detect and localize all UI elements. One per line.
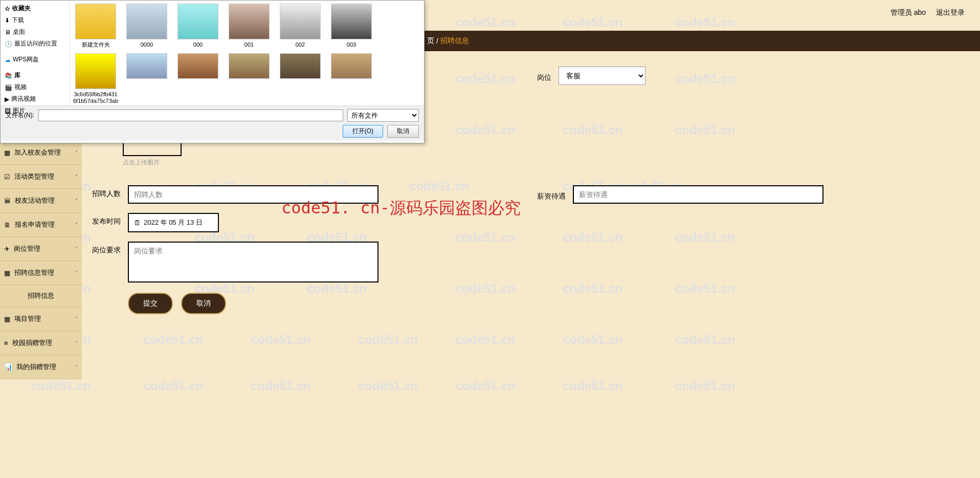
date-value: 2022 年 05 月 13 日 [144,218,203,227]
sidebar-item-label: 招聘信息管理 [14,268,54,277]
grid-icon: ▦ [4,269,10,277]
sidebar-item-activity-type[interactable]: ☑ 活动类型管理 ˅ [0,165,82,189]
upload-hint: 点击上传图片 [123,158,970,167]
download-icon: ⬇ [5,17,10,24]
chevron-down-icon: ˅ [75,316,78,322]
cancel-button[interactable]: 取消 [181,293,226,314]
recruit-count-label: 招聘人数 [92,185,121,199]
fd-thumb-row2-3[interactable] [226,53,272,105]
watermark: code51.cn [563,15,622,30]
fd-tencent-video[interactable]: ▶腾讯视频 [3,93,67,105]
fd-cancel-button[interactable]: 取消 [387,125,419,138]
sidebar-item-label: 校园捐赠管理 [12,338,52,347]
fd-thumb-000[interactable]: 000 [175,4,221,48]
sidebar-item-my-donation[interactable]: 📊 我的捐赠管理 ˅ [0,355,82,379]
fd-open-button[interactable]: 打开(O) [343,125,383,138]
watermark: code51.cn [31,379,91,393]
grid-icon: ▦ [4,149,10,157]
sidebar-item-label: 岗位管理 [14,244,40,253]
chevron-down-icon: ˅ [75,270,78,276]
grid-icon: ▦ [4,315,10,323]
fd-thumb-folder[interactable]: 新建文件夹 [73,4,119,48]
cloud-icon: ☁ [5,56,11,63]
fd-filter-select[interactable]: 所有文件 [347,109,419,122]
watermark: code51.cn [455,15,515,30]
watermark: code51.cn [675,379,735,393]
watermark: code51.cn [563,333,622,347]
video-icon: 🎬 [5,84,12,91]
fd-thumb-001[interactable]: 001 [226,4,272,48]
submit-button[interactable]: 提交 [128,293,173,314]
chevron-down-icon: ˅ [75,364,78,370]
sidebar-item-campus-donation[interactable]: ≡ 校园捐赠管理 ˅ [0,331,82,355]
doc-icon: 🗎 [4,221,11,229]
fd-downloads[interactable]: ⬇下载 [3,14,67,26]
chevron-down-icon: ˅ [75,198,78,204]
fd-thumb-hash[interactable]: 3c6d55fbb2fb4316f1b57da75c73ab240bf7d3a0 [73,53,119,105]
sidebar-item-label: 校友活动管理 [15,196,55,205]
salary-input[interactable] [573,185,823,204]
watermark: code51.cn [455,333,515,347]
admin-label: 管理员 abo [890,8,926,17]
sidebar-item-project[interactable]: ▦ 项目管理 ˅ [0,307,82,331]
chevron-down-icon: ˅ [75,246,78,252]
fd-thumb-002[interactable]: 002 [277,4,323,48]
sidebar-item-signup-apply[interactable]: 🗎 报名申请管理 ˅ [0,213,82,237]
sidebar-item-recruit-info[interactable]: ▦ 招聘信息管理 ˅ [0,261,82,285]
fd-favorites[interactable]: ☆收藏夹 [3,3,67,14]
watermark: code51.cn [251,333,310,347]
breadcrumb-current: 招聘信息 [440,36,469,46]
watermark: code51.cn [563,379,622,393]
logout-link[interactable]: 退出登录 [936,8,965,17]
file-dialog-content: 新建文件夹 0000 000 001 002 003 3c6d55fbb2fb4… [70,1,424,105]
file-dialog: ☆收藏夹 ⬇下载 🖥桌面 🕓最近访问的位置 ☁WPS网盘 📚库 🎬视频 ▶腾讯视… [0,0,425,143]
requirements-label: 岗位要求 [92,242,121,255]
watermark: code51.cn [358,333,418,347]
sidebar-item-join-alumni[interactable]: ▦ 加入校友会管理 ˅ [0,141,82,165]
watermark: code51.cn [455,379,515,393]
fd-thumb-row2-2[interactable] [175,53,221,105]
calendar-icon: 🗓 [134,219,141,227]
watermark: code51.cn [143,379,203,393]
fd-thumb-row2-1[interactable] [124,53,170,105]
requirements-textarea[interactable] [128,242,378,283]
position-select[interactable]: 客服 [559,67,645,85]
fd-wps[interactable]: ☁WPS网盘 [3,54,67,66]
star-icon: ☆ [5,5,10,12]
video-icon: ▶ [5,96,9,103]
publish-time-input[interactable]: 🗓 2022 年 05 月 13 日 [128,213,219,232]
building-icon: 🏛 [4,197,11,205]
file-dialog-sidebar: ☆收藏夹 ⬇下载 🖥桌面 🕓最近访问的位置 ☁WPS网盘 📚库 🎬视频 ▶腾讯视… [1,1,70,105]
fd-thumb-0000[interactable]: 0000 [124,4,170,48]
watermark: code51.cn [358,379,418,393]
chevron-down-icon: ˅ [75,174,78,180]
sidebar-item-alumni-activity[interactable]: 🏛 校友活动管理 ˅ [0,189,82,213]
fd-filename-input[interactable] [38,110,343,121]
sidebar-item-label: 项目管理 [14,314,41,323]
publish-time-label: 发布时间 [92,213,121,226]
fd-desktop[interactable]: 🖥桌面 [3,26,67,38]
fd-library[interactable]: 📚库 [3,70,67,81]
recent-icon: 🕓 [5,40,12,48]
breadcrumb-home[interactable]: 页 [427,36,434,46]
fd-recent[interactable]: 🕓最近访问的位置 [3,38,67,50]
fd-thumb-row2-5[interactable] [328,53,374,105]
fd-filename-label: 文件名(N): [6,111,34,120]
fd-thumb-row2-4[interactable] [277,53,323,105]
chevron-down-icon: ˅ [75,222,78,228]
sidebar-item-label: 报名申请管理 [15,220,55,229]
sidebar: ▦ 加入校友会管理 ˅ ☑ 活动类型管理 ˅ 🏛 校友活动管理 ˅ 🗎 报名申请… [0,141,82,379]
chevron-down-icon: ˅ [75,340,78,346]
watermark: code51.cn [675,333,735,347]
check-icon: ☑ [4,173,10,181]
position-label: 岗位 [537,69,551,82]
sidebar-subitem-recruit-info[interactable]: 招聘信息 [0,285,82,307]
fd-video[interactable]: 🎬视频 [3,81,67,93]
recruit-count-input[interactable] [128,185,378,204]
sidebar-item-position[interactable]: ✈ 岗位管理 ˅ [0,237,82,261]
fd-thumb-003[interactable]: 003 [328,4,374,48]
sidebar-item-label: 我的捐赠管理 [16,362,56,372]
chevron-down-icon: ˅ [75,150,78,156]
library-icon: 📚 [5,72,12,79]
salary-label: 薪资待遇 [537,188,566,201]
